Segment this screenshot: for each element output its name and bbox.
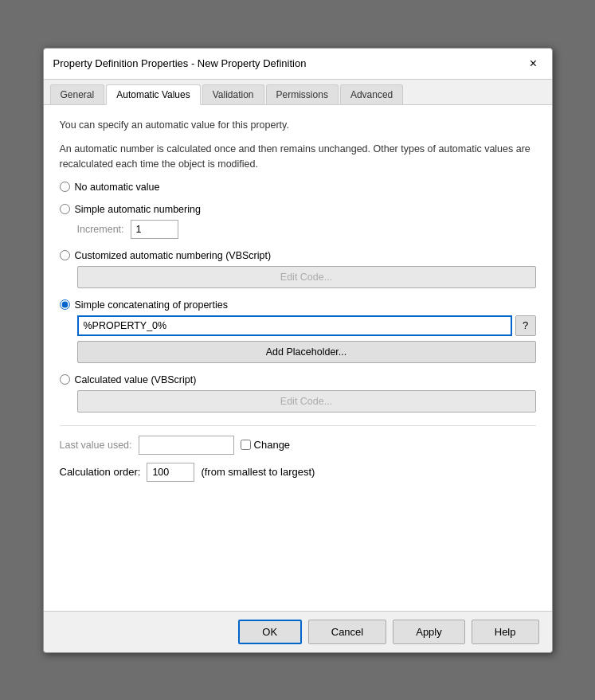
radio-concat-label: Simple concatenating of properties — [75, 299, 228, 311]
change-label: Change — [254, 439, 291, 451]
tab-permissions[interactable]: Permissions — [266, 84, 339, 104]
calculated-indent: Edit Code... — [60, 390, 536, 413]
calc-order-row: Calculation order: (from smallest to lar… — [60, 463, 536, 482]
radio-no-value-label: No automatic value — [75, 182, 160, 193]
concat-input-row: ? — [77, 315, 536, 336]
calc-order-input[interactable] — [147, 463, 194, 482]
radio-item-no-value: No automatic value — [60, 182, 536, 193]
close-button[interactable]: × — [525, 55, 542, 72]
tab-bar: General Automatic Values Validation Perm… — [44, 80, 552, 105]
tab-validation[interactable]: Validation — [202, 84, 264, 104]
last-value-label: Last value used: — [60, 440, 132, 451]
ok-button[interactable]: OK — [238, 620, 302, 644]
last-value-input[interactable] — [139, 436, 234, 455]
main-content: You can specify an automatic value for t… — [44, 105, 552, 611]
help-button[interactable]: Help — [472, 620, 539, 644]
add-placeholder-button[interactable]: Add Placeholder... — [77, 341, 536, 363]
bottom-section: Last value used: Change Calculation orde… — [60, 425, 536, 482]
apply-button[interactable]: Apply — [393, 620, 465, 644]
edit-code-button-2[interactable]: Edit Code... — [77, 390, 536, 413]
change-checkbox-row: Change — [241, 439, 291, 451]
radio-row-calculated: Calculated value (VBScript) — [60, 374, 536, 385]
radio-simple-numbering-label: Simple automatic numbering — [75, 204, 201, 215]
desc1: You can specify an automatic value for t… — [60, 118, 536, 133]
increment-label: Increment: — [77, 224, 124, 235]
radio-calculated-label: Calculated value (VBScript) — [75, 374, 197, 385]
radio-item-concat: Simple concatenating of properties ? Add… — [60, 299, 536, 363]
dialog: Property Definition Properties - New Pro… — [43, 48, 553, 653]
radio-row-concat: Simple concatenating of properties — [60, 299, 536, 311]
cancel-button[interactable]: Cancel — [308, 620, 386, 644]
radio-simple-numbering[interactable] — [60, 204, 70, 214]
edit-code-button-1[interactable]: Edit Code... — [77, 266, 536, 288]
question-button[interactable]: ? — [515, 315, 536, 336]
title-bar: Property Definition Properties - New Pro… — [44, 49, 552, 80]
calc-order-label: Calculation order: — [60, 466, 141, 478]
simple-numbering-indent: Increment: — [60, 220, 536, 239]
increment-input[interactable] — [131, 220, 178, 239]
dialog-title: Property Definition Properties - New Pro… — [53, 57, 307, 69]
radio-customized-label: Customized automatic numbering (VBScript… — [75, 250, 272, 261]
radio-row-no-value: No automatic value — [60, 182, 536, 193]
radio-concat[interactable] — [60, 299, 70, 310]
change-checkbox[interactable] — [241, 440, 251, 450]
radio-item-customized: Customized automatic numbering (VBScript… — [60, 250, 536, 288]
radio-row-customized: Customized automatic numbering (VBScript… — [60, 250, 536, 261]
tab-automatic-values[interactable]: Automatic Values — [106, 84, 201, 105]
increment-row: Increment: — [77, 220, 536, 239]
radio-item-simple-numbering: Simple automatic numbering Increment: — [60, 204, 536, 239]
dialog-footer: OK Cancel Apply Help — [44, 611, 552, 652]
radio-customized[interactable] — [60, 250, 70, 260]
desc2: An automatic number is calculated once a… — [60, 142, 536, 172]
radio-calculated[interactable] — [60, 374, 70, 385]
customized-indent: Edit Code... — [60, 266, 536, 288]
concat-indent: ? Add Placeholder... — [60, 315, 536, 363]
last-value-row: Last value used: Change — [60, 436, 536, 455]
radio-row-simple-numbering: Simple automatic numbering — [60, 204, 536, 215]
radio-group: No automatic value Simple automatic numb… — [60, 182, 536, 413]
radio-item-calculated: Calculated value (VBScript) Edit Code... — [60, 374, 536, 413]
calc-order-suffix: (from smallest to largest) — [201, 466, 315, 478]
tab-advanced[interactable]: Advanced — [340, 84, 403, 104]
tab-general[interactable]: General — [50, 84, 105, 104]
radio-no-value[interactable] — [60, 182, 70, 192]
concat-input[interactable] — [77, 315, 512, 336]
